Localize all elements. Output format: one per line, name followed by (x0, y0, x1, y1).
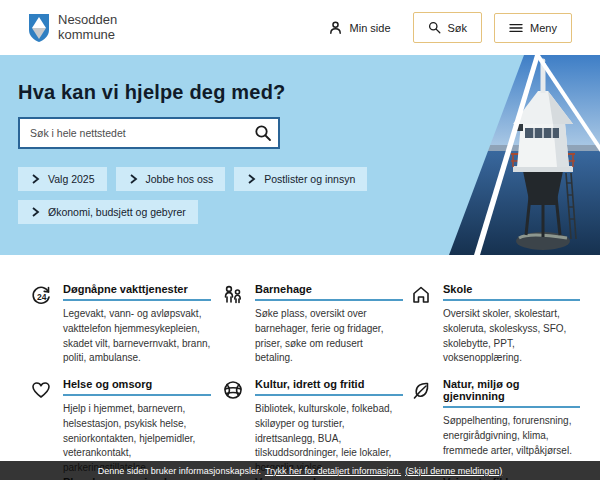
chevron-right-icon (30, 174, 40, 184)
site-search-box (18, 117, 280, 149)
min-side-button[interactable]: Min side (318, 12, 401, 43)
service-title: Skole (443, 283, 580, 301)
quick-link-valg-2025[interactable]: Valg 2025 (18, 167, 107, 191)
service-card-barnehage[interactable]: Barnehage Søke plass, oversikt over barn… (222, 283, 410, 378)
quick-link-label: Postlister og innsyn (264, 173, 355, 185)
logo-text: Nesodden kommune (58, 13, 117, 42)
quick-links: Valg 2025 Jobbe hos oss Postlister og in… (18, 167, 368, 224)
heart-icon (30, 379, 52, 401)
menu-button[interactable]: Meny (494, 13, 572, 43)
logo-line1: Nesodden (58, 13, 117, 28)
cookie-banner: Denne siden bruker informasjonskapsler. … (0, 461, 600, 480)
service-title: Barnehage (255, 283, 403, 301)
min-side-label: Min side (350, 22, 391, 34)
school-building-icon (410, 284, 432, 306)
children-icon (222, 284, 244, 306)
hero-heading: Hva kan vi hjelpe deg med? (18, 81, 600, 104)
site-search-submit-button[interactable] (248, 119, 278, 147)
service-description: Legevakt, vann- og avløpsvakt, vakttelef… (63, 307, 211, 366)
svg-text:24: 24 (37, 292, 47, 302)
site-search-input[interactable] (20, 127, 248, 139)
quick-link-postlister-og-innsyn[interactable]: Postlister og innsyn (234, 167, 367, 191)
search-button-label: Søk (448, 22, 468, 34)
service-card-skole[interactable]: Skole Oversikt skoler, skolestart, skole… (410, 283, 580, 378)
quick-link-okonomi-budsjett-og-gebyrer[interactable]: Økonomi, budsjett og gebyrer (18, 200, 198, 224)
search-icon (428, 21, 441, 34)
search-icon (254, 124, 272, 142)
logo-line2: kommune (58, 28, 117, 43)
site-header: Nesodden kommune Min side Søk (0, 0, 600, 55)
chevron-right-icon (30, 207, 40, 217)
coat-of-arms-icon (28, 13, 50, 43)
page: Nesodden kommune Min side Søk (0, 0, 600, 480)
search-button[interactable]: Søk (413, 12, 483, 43)
hero-section: Hva kan vi hjelpe deg med? Valg 2025 (0, 55, 600, 255)
municipality-logo[interactable]: Nesodden kommune (28, 13, 117, 43)
leaf-icon (410, 379, 432, 401)
service-description: Søppelhenting, forurensning, energirådgi… (443, 414, 580, 458)
quick-link-jobbe-hos-oss[interactable]: Jobbe hos oss (116, 167, 226, 191)
hero-content: Hva kan vi hjelpe deg med? Valg 2025 (0, 55, 600, 224)
cookie-hide-link[interactable]: (Skjul denne meldingen) (405, 466, 502, 476)
ball-icon (222, 379, 244, 401)
quick-link-label: Jobbe hos oss (146, 173, 214, 185)
quick-link-label: Økonomi, budsjett og gebyrer (48, 206, 186, 218)
cookie-details-link[interactable]: Trykk her for detaljert informasjon. (265, 466, 401, 476)
quick-link-label: Valg 2025 (48, 173, 95, 185)
service-title: Helse og omsorg (63, 378, 211, 396)
service-card-dognapne-vakttjenester[interactable]: 24 Døgnåpne vakttjenester Legevakt, vann… (30, 283, 222, 378)
header-actions: Min side Søk Meny (318, 12, 572, 43)
menu-button-label: Meny (530, 22, 557, 34)
person-icon (328, 20, 343, 35)
service-description: Oversikt skoler, skolestart, skoleruta, … (443, 307, 580, 366)
services-section: 24 Døgnåpne vakttjenester Legevakt, vann… (0, 255, 600, 480)
hamburger-icon (509, 22, 523, 34)
chevron-right-icon (128, 174, 138, 184)
service-title: Kultur, idrett og fritid (255, 378, 403, 396)
services-row-1: 24 Døgnåpne vakttjenester Legevakt, vann… (30, 283, 600, 378)
chevron-right-icon (246, 174, 256, 184)
cookie-text: Denne siden bruker informasjonskapsler. (98, 466, 261, 476)
service-description: Søke plass, oversikt over barnehager, fe… (255, 307, 403, 366)
24-hour-icon: 24 (30, 284, 52, 306)
service-title: Natur, miljø og gjenvinning (443, 378, 580, 408)
service-title: Døgnåpne vakttjenester (63, 283, 211, 301)
